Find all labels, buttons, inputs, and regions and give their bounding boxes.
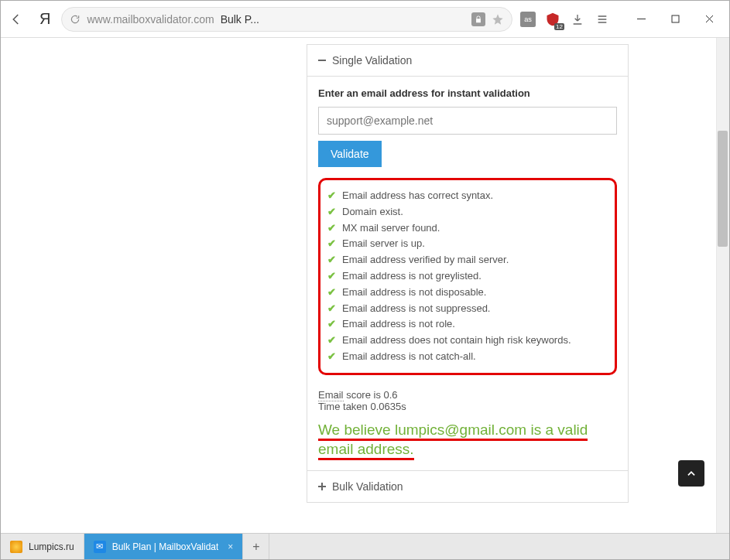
results-box: ✔Email address has correct syntax. ✔Doma… bbox=[318, 178, 617, 375]
validate-button[interactable]: Validate bbox=[318, 141, 382, 167]
scroll-to-top-button[interactable] bbox=[678, 460, 704, 487]
result-line: ✔Email address is not greylisted. bbox=[325, 268, 608, 285]
result-line: ✔Domain exist. bbox=[325, 204, 608, 220]
score-value: score is 0.6 bbox=[344, 389, 398, 401]
favicon-lumpics bbox=[10, 541, 22, 553]
result-line: ✔MX mail server found. bbox=[325, 220, 608, 237]
window-controls bbox=[624, 8, 726, 31]
svg-rect-2 bbox=[672, 15, 679, 22]
check-icon: ✔ bbox=[325, 333, 338, 349]
browser-window: Я www.mailboxvalidator.com Bulk P... as … bbox=[0, 0, 730, 560]
check-icon: ✔ bbox=[325, 236, 338, 252]
taskbar: Lumpics.ru ✉ Bulk Plan | MailboxValidat … bbox=[1, 533, 729, 559]
single-validation-title: Single Validation bbox=[332, 54, 412, 67]
result-line: ✔Email address is not role. bbox=[325, 316, 608, 333]
page-viewport: Single Validation Enter an email address… bbox=[1, 38, 729, 533]
check-icon: ✔ bbox=[325, 220, 338, 237]
maximize-button[interactable] bbox=[658, 8, 692, 31]
bulk-validation-title: Bulk Validation bbox=[332, 480, 403, 493]
favicon-mail: ✉ bbox=[94, 541, 106, 553]
downloads-icon[interactable] bbox=[568, 10, 587, 29]
address-bar[interactable]: www.mailboxvalidator.com Bulk P... bbox=[61, 7, 512, 32]
yandex-logo[interactable]: Я bbox=[39, 10, 50, 28]
check-icon: ✔ bbox=[325, 349, 338, 365]
result-line: ✔Email address has correct syntax. bbox=[325, 188, 608, 204]
result-line: ✔Email address is not disposable. bbox=[325, 285, 608, 301]
tab-label: Bulk Plan | MailboxValidat bbox=[112, 541, 219, 552]
lock-icon[interactable] bbox=[471, 12, 485, 26]
menu-icon[interactable] bbox=[593, 10, 612, 29]
collapse-icon bbox=[318, 60, 326, 61]
reload-icon[interactable] bbox=[70, 14, 81, 25]
check-icon: ✔ bbox=[325, 188, 338, 204]
scrollbar[interactable] bbox=[716, 38, 729, 533]
bookmark-icon[interactable] bbox=[492, 13, 504, 26]
verdict-text: We believe lumpics@gmail.com is a valid … bbox=[318, 420, 617, 459]
result-line: ✔Email address is not suppressed. bbox=[325, 301, 608, 317]
tab-close-icon[interactable]: × bbox=[228, 541, 233, 552]
check-icon: ✔ bbox=[325, 285, 338, 301]
minimize-button[interactable] bbox=[624, 8, 658, 31]
svg-text:as: as bbox=[524, 15, 532, 23]
single-validation-body: Enter an email address for instant valid… bbox=[307, 77, 628, 470]
ublock-extension-icon[interactable]: 12 bbox=[543, 10, 562, 29]
time-taken: Time taken 0.0635s bbox=[318, 401, 617, 412]
validation-accordion: Single Validation Enter an email address… bbox=[307, 44, 629, 503]
result-line: ✔Email address is not catch-all. bbox=[325, 349, 608, 365]
close-button[interactable] bbox=[692, 8, 726, 31]
result-line: ✔Email address verified by mail server. bbox=[325, 252, 608, 268]
check-icon: ✔ bbox=[325, 316, 338, 333]
tab-label: Lumpics.ru bbox=[29, 541, 74, 552]
result-line: ✔Email server is up. bbox=[325, 236, 608, 252]
bulk-validation-header[interactable]: Bulk Validation bbox=[307, 470, 628, 502]
browser-toolbar: Я www.mailboxvalidator.com Bulk P... as … bbox=[1, 1, 729, 38]
result-line: ✔Email address does not contain high ris… bbox=[325, 333, 608, 349]
score-block: Email score is 0.6 Time taken 0.0635s bbox=[318, 389, 617, 412]
form-label: Enter an email address for instant valid… bbox=[318, 87, 617, 99]
score-label: Email bbox=[318, 389, 344, 401]
check-icon: ✔ bbox=[325, 268, 338, 285]
check-icon: ✔ bbox=[325, 204, 338, 220]
taskbar-tab-mailboxvalidator[interactable]: ✉ Bulk Plan | MailboxValidat × bbox=[84, 534, 244, 559]
taskbar-tab-lumpics[interactable]: Lumpics.ru bbox=[1, 534, 84, 559]
url-text: www.mailboxvalidator.com bbox=[87, 13, 214, 26]
single-validation-header[interactable]: Single Validation bbox=[307, 45, 628, 77]
extension-badge: 12 bbox=[554, 23, 564, 30]
page-title: Bulk P... bbox=[221, 13, 259, 26]
lastfm-extension-icon[interactable]: as bbox=[519, 10, 537, 29]
back-button[interactable] bbox=[4, 7, 29, 32]
email-input[interactable] bbox=[318, 107, 617, 135]
new-tab-button[interactable]: + bbox=[243, 534, 269, 559]
check-icon: ✔ bbox=[325, 252, 338, 268]
expand-icon bbox=[318, 483, 326, 490]
check-icon: ✔ bbox=[325, 301, 338, 317]
scrollbar-thumb[interactable] bbox=[718, 131, 728, 247]
